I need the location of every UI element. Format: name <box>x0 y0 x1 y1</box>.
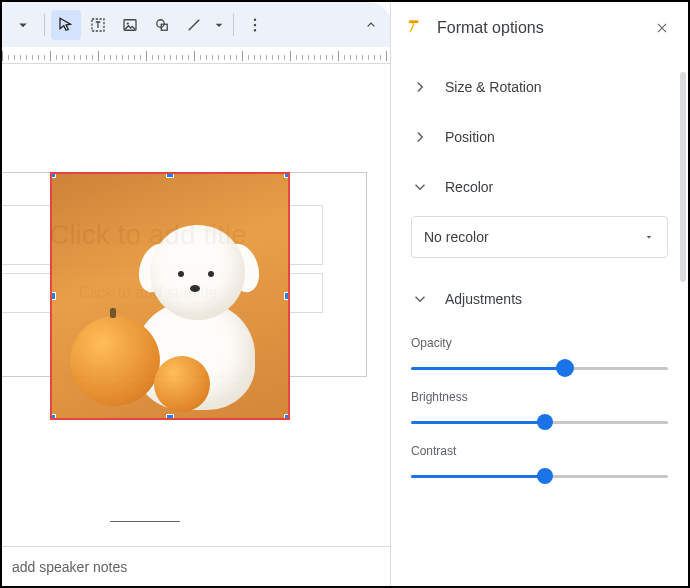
contrast-slider[interactable] <box>411 466 668 486</box>
section-label: Adjustments <box>445 291 522 307</box>
resize-handle-tr[interactable] <box>284 172 290 178</box>
svg-point-6 <box>254 23 256 25</box>
opacity-slider[interactable] <box>411 358 668 378</box>
brightness-slider[interactable] <box>411 412 668 432</box>
opacity-label: Opacity <box>411 336 668 350</box>
chevron-down-icon <box>411 178 429 196</box>
more-tools[interactable] <box>240 10 270 40</box>
svg-point-3 <box>157 19 165 27</box>
text-box-tool[interactable] <box>83 10 113 40</box>
scrollbar[interactable] <box>680 72 686 282</box>
close-icon <box>655 21 669 35</box>
speaker-notes[interactable]: add speaker notes <box>2 546 392 588</box>
close-sidebar-button[interactable] <box>650 16 674 40</box>
svg-point-7 <box>254 29 256 31</box>
orange-illustration <box>70 316 160 406</box>
resize-handle-bl[interactable] <box>50 414 56 420</box>
brightness-label: Brightness <box>411 390 668 404</box>
svg-rect-8 <box>409 21 418 24</box>
horizontal-ruler: // populated inline below via plain mark… <box>2 48 392 64</box>
resize-handle-tm[interactable] <box>166 172 174 178</box>
resize-handle-tl[interactable] <box>50 172 56 178</box>
chevron-right-icon <box>411 128 429 146</box>
section-label: Recolor <box>445 179 493 195</box>
shape-tool[interactable] <box>147 10 177 40</box>
notes-divider[interactable] <box>110 521 180 522</box>
slider-thumb[interactable] <box>537 468 553 484</box>
collapse-toolbar[interactable] <box>356 10 386 40</box>
orange-illustration <box>154 356 210 412</box>
section-size-rotation[interactable]: Size & Rotation <box>411 62 668 112</box>
caret-down-icon <box>643 231 655 243</box>
divider <box>44 14 45 36</box>
section-recolor[interactable]: Recolor <box>411 162 668 212</box>
recolor-value: No recolor <box>424 229 489 245</box>
format-options-icon <box>405 18 425 38</box>
recolor-dropdown[interactable]: No recolor <box>411 216 668 258</box>
sidebar-title: Format options <box>437 19 638 37</box>
slider-thumb[interactable] <box>537 414 553 430</box>
chevron-right-icon <box>411 78 429 96</box>
resize-handle-ml[interactable] <box>50 292 56 300</box>
slider-thumb[interactable] <box>556 359 574 377</box>
canvas[interactable]: Click to add title Click to add subtitle <box>2 64 392 588</box>
toolbar-dropdown[interactable] <box>8 10 38 40</box>
contrast-label: Contrast <box>411 444 668 458</box>
toolbar <box>2 2 392 48</box>
format-options-sidebar: Format options Size & Rotation Position … <box>390 2 688 588</box>
select-tool[interactable] <box>51 10 81 40</box>
line-tool-dropdown[interactable] <box>211 10 227 40</box>
svg-point-5 <box>254 18 256 20</box>
image-content <box>52 174 288 418</box>
resize-handle-bm[interactable] <box>166 414 174 420</box>
line-tool[interactable] <box>179 10 209 40</box>
resize-handle-mr[interactable] <box>284 292 290 300</box>
section-label: Position <box>445 129 495 145</box>
selected-image[interactable] <box>50 172 290 420</box>
section-position[interactable]: Position <box>411 112 668 162</box>
divider <box>233 14 234 36</box>
sidebar-body: Size & Rotation Position Recolor No reco… <box>391 54 688 588</box>
section-label: Size & Rotation <box>445 79 542 95</box>
section-adjustments[interactable]: Adjustments <box>411 274 668 324</box>
resize-handle-br[interactable] <box>284 414 290 420</box>
chevron-down-icon <box>411 290 429 308</box>
sidebar-header: Format options <box>391 2 688 54</box>
image-tool[interactable] <box>115 10 145 40</box>
svg-point-2 <box>127 22 129 24</box>
